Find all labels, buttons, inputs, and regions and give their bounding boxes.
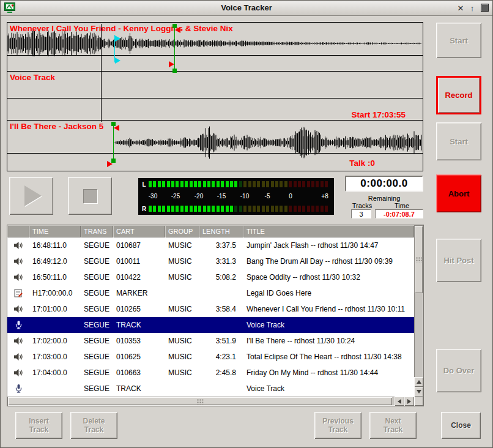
close-window-icon[interactable]: ✕ bbox=[456, 3, 465, 13]
meter-segment bbox=[207, 206, 210, 212]
log-row[interactable]: 17:03:00.0SEGUE010625MUSIC4:23.1Total Ec… bbox=[7, 349, 414, 365]
cell-time bbox=[29, 317, 81, 333]
meter-segment bbox=[266, 206, 269, 212]
meter-segment bbox=[149, 206, 152, 212]
window-menu-icon[interactable] bbox=[481, 4, 489, 12]
meter-segment bbox=[280, 181, 283, 187]
record-button[interactable]: Record bbox=[436, 76, 481, 114]
do-over-button[interactable]: Do Over bbox=[436, 349, 481, 392]
next-track-button[interactable]: Next Track bbox=[369, 412, 417, 439]
fade-marker-icon[interactable] bbox=[114, 125, 119, 131]
header-length: LENGTH bbox=[199, 225, 243, 237]
meter-segment bbox=[298, 206, 301, 212]
meter-segment bbox=[203, 181, 206, 187]
cell-title: Voice Track bbox=[243, 381, 414, 397]
log-row[interactable]: H17:00:00.0SEGUEMARKERLegal ID Goes Here bbox=[7, 285, 414, 301]
cell-group bbox=[165, 285, 199, 301]
cell-length: 2:45.8 bbox=[199, 365, 243, 381]
cell-time: 16:48:11.0 bbox=[29, 237, 81, 253]
track1-title: Whenever I Call You Friend - Kenny Loggi… bbox=[10, 24, 233, 33]
meter-segment bbox=[239, 181, 242, 187]
stop-button[interactable] bbox=[68, 177, 112, 215]
cell-group: MUSIC bbox=[165, 349, 199, 365]
meter-segment bbox=[253, 206, 256, 212]
meter-segment bbox=[262, 181, 265, 187]
voice-tracker-window: Voice Tracker ✕ ↑ Whenever I Call You Fr… bbox=[0, 0, 493, 448]
speaker-icon bbox=[7, 253, 29, 269]
log-row[interactable]: 16:49:12.0SEGUE010011MUSIC3:31.3Bang The… bbox=[7, 253, 414, 269]
meter-segment bbox=[289, 181, 292, 187]
cell-group: MUSIC bbox=[165, 301, 199, 317]
scroll-down-button[interactable] bbox=[414, 387, 423, 397]
previous-track-button[interactable]: Previous Track bbox=[314, 412, 361, 439]
log-row[interactable]: 17:04:00.0SEGUE010663MUSIC2:45.8Friday O… bbox=[7, 365, 414, 381]
meter-scale-label: 0 bbox=[289, 193, 292, 200]
scroll-up-button[interactable] bbox=[414, 377, 423, 387]
meter-segment bbox=[294, 181, 297, 187]
cell-group bbox=[165, 317, 199, 333]
meter-scale-label: -20 bbox=[195, 193, 203, 200]
cell-trans: SEGUE bbox=[81, 349, 113, 365]
cell-cart: 010011 bbox=[113, 253, 165, 269]
meter-segment bbox=[311, 206, 314, 212]
fade-marker-icon[interactable] bbox=[107, 161, 113, 167]
log-row[interactable]: 16:48:11.0SEGUE010687MUSIC3:37.5Jumpin' … bbox=[7, 237, 414, 253]
cell-length: 3:51.9 bbox=[199, 333, 243, 349]
meter-segment bbox=[253, 181, 256, 187]
log-row[interactable]: 17:02:00.0SEGUE010353MUSIC3:51.9I'll Be … bbox=[7, 333, 414, 349]
meter-segment bbox=[171, 206, 174, 212]
meter-segment bbox=[271, 206, 274, 212]
left-arrow-icon bbox=[398, 399, 401, 404]
fade-marker-icon[interactable] bbox=[175, 27, 180, 33]
up-arrow-icon bbox=[417, 380, 421, 384]
hscroll-thumb[interactable] bbox=[8, 397, 392, 405]
meter-scale-label: -10 bbox=[240, 193, 249, 200]
delete-track-button[interactable]: Delete Track bbox=[70, 412, 117, 439]
header-cart: CART bbox=[113, 225, 165, 237]
vertical-scrollbar[interactable] bbox=[414, 225, 423, 397]
speaker-icon bbox=[7, 237, 29, 253]
meter-segment bbox=[257, 206, 260, 212]
cell-group bbox=[165, 381, 199, 397]
horizontal-scrollbar[interactable] bbox=[7, 397, 414, 406]
header-title: TITLE bbox=[243, 225, 414, 237]
meter-segment bbox=[325, 181, 328, 187]
meter-segment bbox=[298, 181, 301, 187]
cell-group: MUSIC bbox=[165, 269, 199, 285]
meter-segments-right bbox=[149, 206, 328, 212]
log-table: TIME TRANS CART GROUP LENGTH TITLE 16:48… bbox=[7, 225, 424, 406]
meter-segment bbox=[266, 181, 269, 187]
hit-post-button[interactable]: Hit Post bbox=[436, 239, 481, 282]
meter-segment bbox=[226, 181, 229, 187]
log-row[interactable]: SEGUETRACKVoice Track bbox=[7, 317, 414, 333]
close-button[interactable]: Close bbox=[441, 412, 481, 439]
cell-cart: TRACK bbox=[113, 317, 165, 333]
abort-button[interactable]: Abort bbox=[436, 174, 481, 212]
start-track3-button[interactable]: Start bbox=[436, 122, 481, 160]
meter-segment bbox=[185, 206, 188, 212]
insert-track-button[interactable]: Insert Track bbox=[15, 412, 62, 439]
scroll-right-button[interactable] bbox=[404, 397, 414, 406]
scroll-left-button[interactable] bbox=[395, 397, 404, 406]
meter-segment bbox=[212, 181, 215, 187]
fade-marker-icon[interactable] bbox=[169, 61, 174, 67]
segue-marker-icon[interactable] bbox=[115, 35, 120, 42]
log-row[interactable]: 17:01:00.0SEGUE010265MUSIC3:58.4Whenever… bbox=[7, 301, 414, 317]
meter-segment bbox=[162, 181, 165, 187]
log-row[interactable]: 16:50:11.0SEGUE010422MUSIC5:08.2Space Od… bbox=[7, 269, 414, 285]
meter-segment bbox=[321, 206, 324, 212]
cell-time: 16:49:12.0 bbox=[29, 253, 81, 269]
log-row[interactable]: SEGUETRACKVoice Track bbox=[7, 381, 414, 397]
start-track1-button[interactable]: Start bbox=[436, 23, 481, 58]
shade-window-icon[interactable]: ↑ bbox=[467, 3, 477, 13]
boundary-handle-icon[interactable] bbox=[172, 69, 177, 73]
vscroll-thumb[interactable] bbox=[415, 226, 423, 293]
segue-marker-icon[interactable] bbox=[115, 58, 120, 64]
meter-scale-label: -25 bbox=[171, 193, 180, 200]
meter-scale-label: -5 bbox=[265, 193, 270, 200]
play-button[interactable] bbox=[9, 177, 53, 215]
cell-cart: 010625 bbox=[113, 349, 165, 365]
cell-length bbox=[199, 381, 243, 397]
cell-cart: TRACK bbox=[113, 381, 165, 397]
meter-segment bbox=[171, 181, 174, 187]
